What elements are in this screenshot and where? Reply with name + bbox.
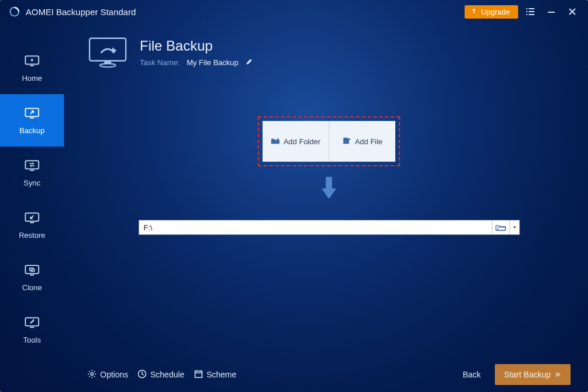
upgrade-button[interactable]: Upgrade <box>465 5 518 19</box>
scheme-label: Scheme <box>207 370 236 379</box>
add-source-box: Add Folder Add File <box>263 121 395 162</box>
footer-bar: Options Schedule Scheme Back Start Backu… <box>64 357 588 392</box>
upgrade-arrow-icon <box>470 8 477 16</box>
add-folder-button[interactable]: Add Folder <box>263 121 330 162</box>
svg-rect-5 <box>526 14 527 15</box>
sidebar-item-label: Sync <box>24 179 41 187</box>
svg-rect-26 <box>326 177 332 188</box>
main-content: File Backup Task Name: My File Backup <box>64 23 588 357</box>
options-button[interactable]: Options <box>87 369 128 380</box>
page-header: File Backup Task Name: My File Backup <box>87 35 571 70</box>
file-backup-header-icon <box>87 35 128 70</box>
menu-list-icon[interactable] <box>522 3 539 20</box>
task-name-label: Task Name: <box>140 58 180 67</box>
svg-line-35 <box>94 371 95 372</box>
svg-rect-13 <box>30 170 34 171</box>
backup-icon <box>24 106 40 120</box>
app-logo-icon <box>9 6 20 17</box>
sidebar-item-restore[interactable]: Restore <box>0 199 64 251</box>
sidebar: Home Backup Sync Restore Clone <box>0 23 64 392</box>
svg-rect-3 <box>526 11 527 12</box>
titlebar: AOMEI Backupper Standard Upgrade <box>0 0 588 23</box>
schedule-label: Schedule <box>150 370 184 379</box>
schedule-button[interactable]: Schedule <box>137 369 184 380</box>
scheme-button[interactable]: Scheme <box>194 369 236 380</box>
svg-rect-2 <box>529 8 534 9</box>
destination-path-value: F:\ <box>144 223 153 232</box>
start-backup-button[interactable]: Start Backup <box>495 364 571 385</box>
chevron-right-icon <box>554 370 561 379</box>
minimize-icon[interactable] <box>543 3 560 20</box>
edit-task-name-icon[interactable] <box>246 58 253 67</box>
svg-rect-16 <box>26 265 39 273</box>
back-button[interactable]: Back <box>463 370 481 379</box>
svg-line-34 <box>89 376 90 377</box>
svg-rect-7 <box>548 12 555 13</box>
svg-point-22 <box>33 319 34 320</box>
sidebar-item-label: Backup <box>19 126 44 135</box>
tools-icon <box>24 316 40 330</box>
sidebar-item-label: Clone <box>22 283 42 292</box>
svg-rect-37 <box>195 371 202 377</box>
restore-icon <box>24 211 40 225</box>
svg-rect-11 <box>30 117 34 119</box>
svg-rect-12 <box>26 161 39 169</box>
app-window: AOMEI Backupper Standard Upgrade Home <box>0 0 588 392</box>
add-file-label: Add File <box>355 137 382 146</box>
svg-line-32 <box>89 371 90 372</box>
clone-icon <box>24 263 40 277</box>
svg-rect-15 <box>30 222 34 223</box>
svg-rect-1 <box>526 8 527 9</box>
add-source-highlight: Add Folder Add File <box>258 116 400 166</box>
svg-point-27 <box>91 372 93 375</box>
sidebar-item-sync[interactable]: Sync <box>0 147 64 199</box>
svg-point-24 <box>100 63 115 67</box>
sidebar-item-label: Tools <box>23 336 41 344</box>
upgrade-label: Upgrade <box>481 8 510 16</box>
start-backup-label: Start Backup <box>504 370 551 379</box>
destination-path-field[interactable]: F:\ <box>139 220 520 235</box>
file-plus-icon <box>342 137 351 147</box>
home-icon <box>24 54 40 68</box>
add-file-button[interactable]: Add File <box>330 121 396 162</box>
clock-icon <box>137 369 147 380</box>
svg-rect-17 <box>30 275 34 276</box>
sync-icon <box>24 159 40 173</box>
options-label: Options <box>100 370 128 379</box>
sidebar-item-label: Home <box>22 74 42 83</box>
svg-rect-25 <box>104 62 111 64</box>
source-destination-area: Add Folder Add File F:\ <box>87 116 571 235</box>
svg-rect-9 <box>30 65 34 66</box>
sidebar-item-label: Restore <box>19 231 45 240</box>
sidebar-item-home[interactable]: Home <box>0 42 64 94</box>
close-icon[interactable] <box>564 3 581 20</box>
svg-line-33 <box>94 376 95 377</box>
calendar-icon <box>194 369 203 380</box>
svg-rect-6 <box>529 14 534 15</box>
destination-dropdown-icon[interactable] <box>510 220 519 234</box>
task-name-value: My File Backup <box>187 58 239 67</box>
sidebar-item-clone[interactable]: Clone <box>0 251 64 304</box>
sidebar-item-backup[interactable]: Backup <box>0 94 64 147</box>
arrow-down-icon <box>318 174 339 204</box>
folder-plus-icon <box>271 137 280 147</box>
sidebar-item-tools[interactable]: Tools <box>0 304 64 356</box>
page-title: File Backup <box>140 38 253 54</box>
svg-rect-4 <box>529 11 534 12</box>
svg-rect-21 <box>30 327 34 328</box>
add-folder-label: Add Folder <box>284 137 321 146</box>
gear-icon <box>87 369 97 380</box>
app-title: AOMEI Backupper Standard <box>26 7 136 17</box>
browse-folder-icon[interactable] <box>493 220 510 234</box>
